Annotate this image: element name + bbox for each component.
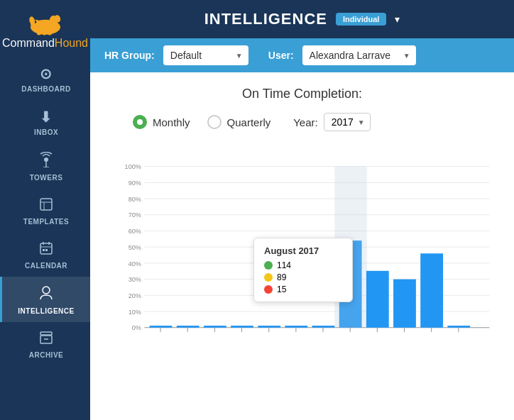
chart-area: 100% 90% 80% 70% 60% 50% 40% 30% 20% 10%…	[119, 145, 493, 351]
quarterly-radio-circle[interactable]	[207, 115, 222, 129]
monthly-label: Monthly	[153, 116, 190, 128]
sidebar-item-label: ARCHIVE	[29, 351, 64, 359]
year-label: Year:	[293, 116, 317, 128]
svg-text:60%: 60%	[128, 228, 141, 235]
bar-10	[393, 280, 416, 328]
dashboard-icon: ⊙	[40, 65, 53, 82]
svg-text:80%: 80%	[128, 196, 141, 203]
archive-icon	[39, 331, 53, 348]
svg-text:0%: 0%	[132, 324, 141, 331]
bar-1	[150, 326, 173, 328]
sidebar-item-templates[interactable]: TEMPLATES	[0, 189, 90, 233]
sidebar-item-label: INBOX	[34, 128, 58, 136]
red-dot	[264, 285, 273, 294]
logo-command: Command	[2, 37, 55, 49]
tooltip-green-value: 114	[277, 260, 291, 270]
bar-3	[204, 326, 226, 328]
bar-7	[312, 326, 335, 328]
sidebar-item-label: DASHBOARD	[21, 85, 71, 93]
chart-title: On Time Completion:	[111, 87, 493, 101]
individual-badge[interactable]: Individual	[336, 13, 386, 26]
inbox-icon: ⬇	[40, 109, 53, 126]
monthly-radio-circle[interactable]	[133, 115, 147, 129]
logo-icon	[24, 10, 67, 37]
templates-icon	[39, 197, 53, 215]
tooltip-yellow-row: 89	[264, 272, 342, 282]
logo-text: CommandHound	[2, 37, 88, 50]
tooltip-green-row: 114	[264, 260, 342, 270]
sidebar-item-inbox[interactable]: ⬇ INBOX	[0, 100, 90, 143]
bar-9	[366, 271, 389, 328]
tooltip-red-value: 15	[277, 284, 286, 294]
bar-4	[231, 326, 253, 328]
sidebar-item-label: TEMPLATES	[23, 218, 69, 226]
towers-icon	[38, 152, 54, 171]
sidebar-item-archive[interactable]: ARCHIVE	[0, 322, 90, 366]
quarterly-label: Quarterly	[227, 116, 271, 128]
chart-tooltip: August 2017 114 89 15	[253, 238, 353, 302]
svg-text:30%: 30%	[128, 276, 141, 283]
intelligence-icon	[38, 285, 54, 304]
user-select[interactable]: Alexandra Larrave	[302, 45, 416, 65]
logo-area: CommandHound	[0, 0, 90, 57]
svg-text:90%: 90%	[128, 179, 141, 187]
content-area: On Time Completion: Monthly Quarterly Ye…	[90, 72, 514, 420]
calendar-icon	[39, 241, 53, 259]
view-controls: Monthly Quarterly Year: 2017 2016 2015	[111, 113, 493, 131]
sidebar-item-towers[interactable]: TOWERS	[0, 143, 90, 189]
yellow-dot	[264, 273, 273, 282]
svg-text:50%: 50%	[128, 244, 141, 251]
green-dot	[264, 261, 273, 270]
year-select[interactable]: 2017 2016 2015	[324, 113, 371, 131]
sidebar-item-dashboard[interactable]: ⊙ DASHBOARD	[0, 57, 90, 100]
hr-group-select-wrapper: Default	[163, 45, 248, 65]
year-selector: Year: 2017 2016 2015	[288, 113, 370, 131]
svg-rect-19	[43, 249, 45, 251]
svg-text:70%: 70%	[128, 211, 141, 219]
bar-5	[258, 326, 280, 328]
svg-rect-15	[40, 243, 52, 254]
svg-rect-12	[40, 199, 52, 210]
tooltip-title: August 2017	[264, 245, 342, 256]
svg-text:40%: 40%	[128, 260, 141, 267]
hr-group-select[interactable]: Default	[163, 45, 248, 65]
logo-hound: Hound	[55, 37, 88, 49]
main-content: INTELLIGENCE Individual ▾ HR Group: Defa…	[90, 0, 514, 420]
year-select-wrapper: 2017 2016 2015	[324, 113, 371, 131]
tooltip-red-row: 15	[264, 284, 342, 294]
sidebar-item-label: INTELLIGENCE	[18, 307, 74, 315]
quarterly-radio[interactable]: Quarterly	[207, 115, 271, 129]
svg-text:20%: 20%	[128, 292, 141, 299]
svg-point-21	[43, 287, 50, 294]
user-label: User:	[268, 50, 294, 61]
svg-rect-20	[45, 249, 48, 251]
individual-dropdown-arrow[interactable]: ▾	[395, 13, 400, 25]
bar-2	[177, 326, 199, 328]
svg-point-7	[48, 32, 52, 35]
tooltip-yellow-value: 89	[277, 272, 286, 282]
sidebar: CommandHound ⊙ DASHBOARD ⬇ INBOX TOWERS	[0, 0, 90, 420]
monthly-radio[interactable]: Monthly	[133, 115, 190, 129]
svg-text:100%: 100%	[125, 163, 141, 170]
sidebar-item-label: CALENDAR	[25, 262, 67, 270]
bar-6	[285, 326, 307, 328]
sidebar-item-label: TOWERS	[30, 174, 63, 182]
page-title: INTELLIGENCE	[204, 10, 327, 28]
svg-text:10%: 10%	[128, 309, 141, 316]
sidebar-item-intelligence[interactable]: INTELLIGENCE	[0, 277, 90, 322]
svg-point-9	[44, 158, 48, 162]
sidebar-item-calendar[interactable]: CALENDAR	[0, 233, 90, 277]
bar-11	[420, 253, 443, 327]
svg-point-6	[42, 32, 46, 35]
svg-rect-22	[40, 332, 52, 335]
bar-12	[447, 326, 470, 328]
top-bar: INTELLIGENCE Individual ▾	[90, 0, 514, 38]
filter-bar: HR Group: Default User: Alexandra Larrav…	[90, 38, 514, 72]
user-select-wrapper: Alexandra Larrave	[302, 45, 416, 65]
svg-point-8	[37, 32, 41, 35]
hr-group-label: HR Group:	[104, 50, 155, 61]
